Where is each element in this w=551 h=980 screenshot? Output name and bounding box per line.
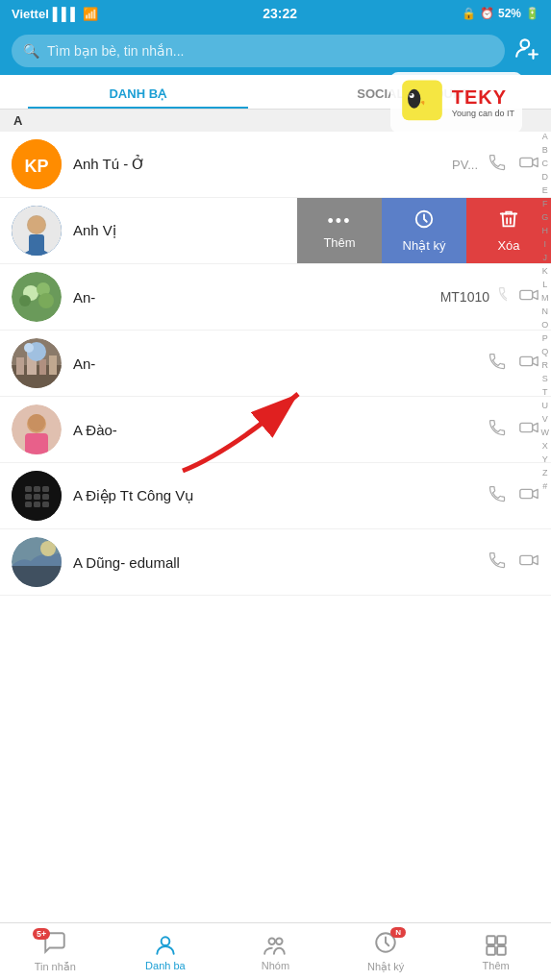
svg-point-25: [24, 343, 34, 353]
svg-rect-41: [42, 502, 49, 507]
svg-rect-38: [42, 494, 49, 500]
alpha-w[interactable]: W: [541, 426, 550, 439]
swipe-them-button[interactable]: ••• Thêm: [297, 198, 382, 263]
contact-item-anh-vi[interactable]: Anh Vị ••• Thêm: [0, 198, 551, 264]
alpha-s[interactable]: S: [542, 372, 548, 385]
svg-rect-58: [487, 946, 495, 955]
alpha-x[interactable]: X: [542, 439, 548, 453]
contact-actions: [488, 152, 539, 178]
call-icon[interactable]: [488, 484, 507, 508]
svg-rect-17: [520, 290, 533, 299]
alpha-v[interactable]: V: [542, 412, 548, 426]
alpha-y[interactable]: Y: [542, 453, 548, 466]
svg-rect-9: [29, 234, 44, 256]
svg-point-15: [19, 295, 31, 306]
contact-actions: [497, 284, 539, 310]
nav-item-them[interactable]: Thêm: [440, 933, 551, 971]
nav-item-tin-nhan[interactable]: 5+ Tin nhắn: [0, 930, 111, 973]
svg-point-30: [28, 414, 45, 431]
contact-item-a-diep[interactable]: A Điệp Tt Công Vụ: [0, 463, 551, 529]
call-icon[interactable]: [488, 418, 507, 442]
nav-danh-ba-label: Danh ba: [145, 960, 186, 971]
swipe-nhat-ky-button[interactable]: Nhật ký: [382, 198, 466, 263]
clock-icon: [413, 208, 435, 234]
alpha-n[interactable]: N: [542, 305, 549, 318]
alpha-q[interactable]: Q: [541, 345, 548, 358]
call-icon-partial[interactable]: [497, 285, 507, 309]
video-icon[interactable]: [518, 417, 539, 443]
search-icon: 🔍: [23, 43, 39, 59]
video-icon[interactable]: [518, 483, 539, 509]
alpha-k[interactable]: K: [542, 264, 548, 278]
alpha-j[interactable]: J: [543, 251, 548, 264]
contact-name: Anh Tú - Ở: [73, 156, 452, 173]
svg-point-52: [162, 937, 170, 945]
svg-rect-22: [39, 359, 46, 375]
nav-nhom-label: Nhóm: [262, 960, 289, 971]
tin-nhan-badge: 5+: [33, 928, 50, 940]
video-icon[interactable]: [518, 284, 539, 310]
avatar: [12, 338, 62, 388]
alpha-u[interactable]: U: [542, 399, 549, 412]
wifi-icon: 📶: [83, 7, 98, 21]
video-icon[interactable]: [518, 152, 539, 178]
svg-rect-31: [520, 423, 533, 431]
alpha-o[interactable]: O: [541, 318, 548, 331]
alpha-i[interactable]: I: [543, 237, 546, 251]
alpha-c[interactable]: C: [542, 157, 549, 170]
nhat-ky-label: Nhật ký: [403, 238, 446, 253]
alpha-h[interactable]: H: [542, 224, 549, 237]
tab-danh-ba[interactable]: DANH BẠ: [0, 75, 276, 109]
alpha-e[interactable]: E: [542, 184, 548, 197]
nav-item-nhat-ky[interactable]: N Nhật ký: [331, 930, 441, 973]
svg-rect-33: [25, 486, 32, 492]
alpha-m[interactable]: M: [541, 291, 549, 305]
alpha-z[interactable]: Z: [542, 466, 548, 479]
search-bar: 🔍 Tìm bạn bè, tin nhắn...: [0, 27, 551, 75]
contact-name: A Điệp Tt Công Vụ: [73, 487, 488, 504]
contact-tag: PV...: [452, 158, 478, 172]
alpha-hash[interactable]: #: [542, 479, 547, 493]
contact-item-an-city[interactable]: An-: [0, 331, 551, 397]
svg-rect-36: [25, 494, 32, 500]
call-icon[interactable]: [488, 153, 507, 177]
alpha-g[interactable]: G: [541, 210, 548, 224]
trash-icon: [498, 208, 519, 234]
watermark: TEKY Young can do IT: [390, 72, 522, 133]
svg-rect-26: [520, 356, 533, 365]
alpha-d[interactable]: D: [542, 170, 549, 184]
call-icon[interactable]: [488, 551, 507, 575]
svg-rect-37: [34, 494, 40, 500]
svg-point-0: [521, 39, 530, 48]
nav-item-nhom[interactable]: Nhóm: [220, 933, 331, 971]
alpha-a[interactable]: A: [542, 130, 548, 143]
search-input-area[interactable]: 🔍 Tìm bạn bè, tin nhắn...: [12, 35, 505, 67]
status-bar: Viettel ▌▌▌ 📶 23:22 🔒 ⏰ 52% 🔋: [0, 0, 551, 27]
nav-item-danh-ba[interactable]: Danh ba: [111, 933, 221, 971]
svg-rect-29: [25, 433, 48, 454]
contact-item-a-dung[interactable]: A Dũng- edumall: [0, 529, 551, 596]
alpha-r[interactable]: R: [542, 358, 549, 372]
contact-item-an-mt1010[interactable]: An- MT1010: [0, 264, 551, 331]
alpha-p[interactable]: P: [542, 331, 548, 345]
avatar: KP: [12, 139, 62, 189]
avatar: [12, 206, 62, 256]
alpha-f[interactable]: F: [542, 197, 548, 210]
call-icon[interactable]: [488, 352, 507, 376]
search-placeholder: Tìm bạn bè, tin nhắn...: [47, 43, 185, 59]
svg-rect-35: [42, 486, 49, 492]
contact-actions: [488, 351, 539, 377]
avatar: [12, 404, 62, 454]
video-icon[interactable]: [518, 550, 539, 576]
svg-point-16: [38, 293, 54, 308]
contact-item[interactable]: KP Anh Tú - Ở PV...: [0, 132, 551, 198]
swipe-xoa-button[interactable]: Xóa: [466, 198, 551, 263]
video-icon[interactable]: [518, 351, 539, 377]
avatar: [12, 272, 62, 322]
alpha-l[interactable]: L: [542, 278, 547, 291]
svg-point-53: [269, 938, 276, 944]
add-friend-icon[interactable]: [514, 36, 539, 66]
contact-item-a-dao[interactable]: A Đào-: [0, 397, 551, 463]
alpha-t[interactable]: T: [542, 385, 548, 399]
alpha-b[interactable]: B: [542, 143, 548, 157]
